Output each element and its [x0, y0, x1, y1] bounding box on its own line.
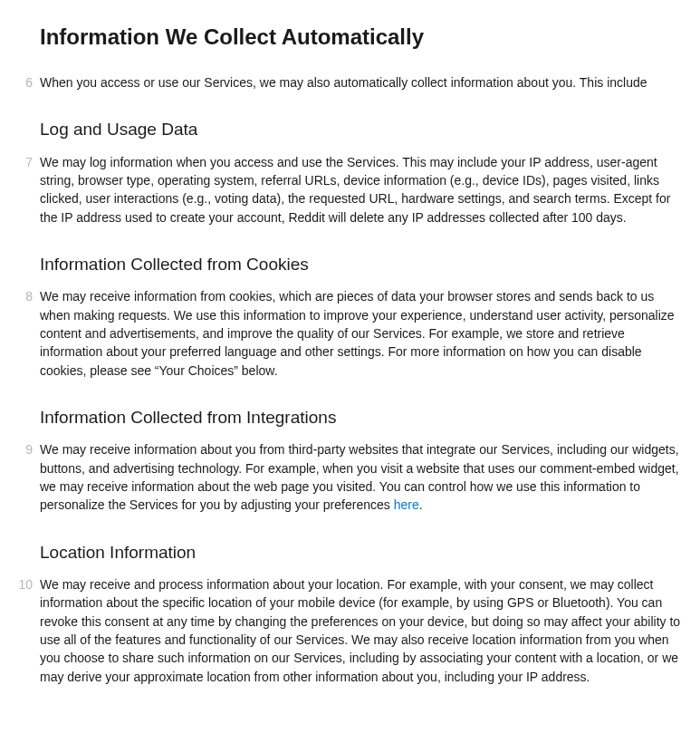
paragraph: 9 We may receive information about you f… — [40, 440, 682, 514]
section-heading: Log and Usage Data — [40, 117, 682, 142]
section-heading: Information Collected from Integrations — [40, 405, 682, 430]
paragraph: 8 We may receive information from cookie… — [40, 287, 682, 379]
paragraph-text-before: We may receive information about you fro… — [40, 442, 679, 512]
paragraph-text: We may log information when you access a… — [40, 155, 670, 225]
paragraph: 7 We may log information when you access… — [40, 153, 682, 227]
paragraph-number: 8 — [13, 287, 33, 305]
paragraph: 6 When you access or use our Services, w… — [40, 73, 682, 92]
paragraph-text: We may receive and process information a… — [40, 577, 680, 683]
page-title: Information We Collect Automatically — [40, 22, 682, 53]
paragraph: 10 We may receive and process informatio… — [40, 575, 682, 686]
paragraph-text: We may receive information about you fro… — [40, 442, 679, 512]
section-heading: Information Collected from Cookies — [40, 252, 682, 277]
paragraph-text: We may receive information from cookies,… — [40, 289, 675, 377]
paragraph-number: 9 — [13, 440, 33, 458]
paragraph-number: 6 — [13, 73, 33, 92]
section-heading: Location Information — [40, 540, 682, 565]
paragraph-number: 10 — [13, 575, 33, 593]
paragraph-number: 7 — [13, 153, 33, 171]
paragraph-text: When you access or use our Services, we … — [40, 75, 647, 90]
preferences-link[interactable]: here — [394, 497, 419, 512]
paragraph-text-after: . — [419, 497, 423, 512]
